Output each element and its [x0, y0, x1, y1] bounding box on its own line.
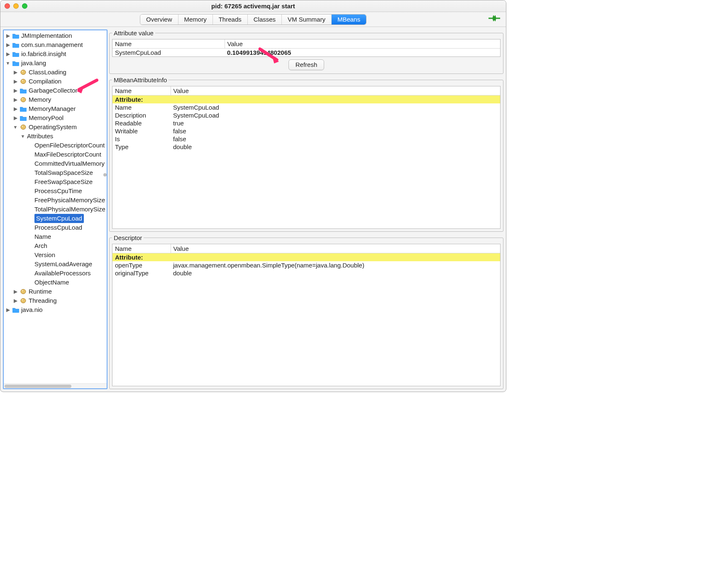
tree-label: TotalPhysicalMemorySize: [34, 205, 105, 214]
tree-item[interactable]: com.sun.management: [5, 40, 107, 49]
tree-item[interactable]: Compilation: [5, 77, 107, 86]
tree-item[interactable]: MemoryPool: [5, 113, 107, 123]
tree-item[interactable]: OperatingSystem: [5, 123, 107, 132]
tree-item[interactable]: ClassLoading: [5, 68, 107, 77]
tree-label: Arch: [34, 241, 47, 250]
disclosure-icon[interactable]: [13, 88, 18, 93]
disclosure-icon[interactable]: [5, 42, 10, 47]
tree-item[interactable]: java.lang: [5, 59, 107, 68]
info-row[interactable]: openTypejavax.management.openmbean.Simpl…: [112, 261, 500, 269]
bean-icon: [20, 69, 27, 76]
disclosure-icon[interactable]: [13, 79, 18, 84]
tree-label: MemoryManager: [29, 104, 76, 113]
tree-item[interactable]: Threading: [5, 296, 107, 305]
tree-item[interactable]: GarbageCollector: [5, 86, 107, 95]
tree-h-scrollbar[interactable]: [4, 383, 107, 388]
tree-item[interactable]: Version: [5, 250, 107, 260]
disclosure-icon[interactable]: [13, 70, 18, 75]
tree-item[interactable]: OpenFileDescriptorCount: [5, 141, 107, 150]
attribute-value-row[interactable]: SystemCpuLoad 0.10499139414802065: [112, 49, 500, 57]
tab-classes[interactable]: Classes: [248, 15, 282, 25]
tree-label: OperatingSystem: [29, 123, 77, 132]
tree-item[interactable]: java.nio: [5, 305, 107, 314]
tree-item[interactable]: Memory: [5, 95, 107, 104]
tree-item[interactable]: CommittedVirtualMemory: [5, 159, 107, 168]
tree-item[interactable]: SystemCpuLoad: [5, 214, 107, 223]
col-name-header: Name: [112, 244, 171, 253]
disclosure-icon[interactable]: [5, 51, 10, 56]
tree-item[interactable]: Name: [5, 232, 107, 241]
col-value-header: Value: [171, 86, 500, 96]
disclosure-icon[interactable]: [13, 298, 18, 303]
tree-item[interactable]: Attributes: [5, 132, 107, 141]
col-name-header: Name: [112, 39, 225, 49]
info-row[interactable]: Readabletrue: [112, 119, 500, 127]
close-icon[interactable]: [5, 3, 10, 9]
tree-label: FreePhysicalMemorySize: [34, 196, 105, 205]
bean-icon: [20, 297, 27, 304]
section-header-row: Attribute:: [112, 96, 500, 104]
folder-icon: [12, 60, 20, 66]
refresh-button[interactable]: Refresh: [288, 59, 325, 70]
tree-item[interactable]: Runtime: [5, 287, 107, 296]
mbean-tree[interactable]: JMImplementationcom.sun.managementio.fab…: [4, 30, 107, 383]
tree-item[interactable]: AvailableProcessors: [5, 269, 107, 278]
info-row[interactable]: DescriptionSystemCpuLoad: [112, 111, 500, 119]
tree-label: Threading: [29, 296, 57, 305]
info-value: double: [171, 143, 500, 151]
tree-item[interactable]: TotalSwapSpaceSize: [5, 168, 107, 177]
tab-mbeans[interactable]: MBeans: [332, 15, 366, 25]
tree-label: SystemLoadAverage: [34, 260, 92, 269]
descriptor-box: Descriptor Name Value Attribute: openTyp…: [109, 234, 503, 390]
tree-item[interactable]: ProcessCpuLoad: [5, 223, 107, 232]
info-key: openType: [112, 261, 171, 269]
connection-status-icon[interactable]: [489, 15, 500, 22]
info-row[interactable]: NameSystemCpuLoad: [112, 103, 500, 111]
tree-item[interactable]: ProcessCpuTime: [5, 186, 107, 196]
minimize-icon[interactable]: [13, 3, 19, 9]
info-value: javax.management.openmbean.SimpleType(na…: [171, 261, 500, 269]
tree-item[interactable]: MaxFileDescriptorCount: [5, 150, 107, 159]
disclosure-icon[interactable]: [13, 125, 18, 130]
disclosure-icon[interactable]: [13, 115, 18, 120]
disclosure-icon[interactable]: [13, 97, 18, 102]
info-row[interactable]: Isfalse: [112, 135, 500, 143]
tab-vm-summary[interactable]: VM Summary: [282, 15, 332, 25]
tree-item[interactable]: TotalPhysicalMemorySize: [5, 205, 107, 214]
folder-icon: [12, 32, 20, 39]
info-key: Writable: [112, 127, 171, 135]
bean-icon: [20, 124, 27, 130]
tree-item[interactable]: FreeSwapSpaceSize: [5, 177, 107, 186]
folder-icon: [12, 42, 20, 48]
info-row[interactable]: originalTypedouble: [112, 269, 500, 277]
tree-item[interactable]: FreePhysicalMemorySize: [5, 196, 107, 205]
info-key: Name: [112, 103, 171, 111]
attr-name-cell: SystemCpuLoad: [112, 49, 225, 57]
tree-item[interactable]: MemoryManager: [5, 104, 107, 113]
col-value-header: Value: [171, 244, 500, 253]
tree-item[interactable]: Arch: [5, 241, 107, 250]
tree-label: Memory: [29, 95, 51, 104]
tab-memory[interactable]: Memory: [178, 15, 213, 25]
tab-threads[interactable]: Threads: [213, 15, 248, 25]
tree-label: ProcessCpuLoad: [34, 223, 82, 232]
tree-item[interactable]: ObjectName: [5, 278, 107, 287]
info-key: originalType: [112, 269, 171, 277]
disclosure-icon[interactable]: [13, 106, 18, 111]
tree-v-scrollbar[interactable]: [103, 167, 107, 183]
scrollbar-thumb[interactable]: [5, 385, 71, 388]
disclosure-icon[interactable]: [5, 33, 10, 38]
disclosure-icon[interactable]: [5, 307, 10, 312]
tree-item[interactable]: SystemLoadAverage: [5, 260, 107, 269]
tree-item[interactable]: io.fabric8.insight: [5, 49, 107, 59]
zoom-icon[interactable]: [22, 3, 27, 9]
tab-overview[interactable]: Overview: [140, 15, 178, 25]
scrollbar-thumb[interactable]: [103, 173, 107, 177]
disclosure-icon[interactable]: [5, 61, 10, 66]
section-name: Attribute:: [112, 253, 171, 261]
tree-item[interactable]: JMImplementation: [5, 31, 107, 40]
info-row[interactable]: Writablefalse: [112, 127, 500, 135]
disclosure-icon[interactable]: [13, 289, 18, 294]
info-row[interactable]: Typedouble: [112, 143, 500, 151]
disclosure-icon[interactable]: [20, 134, 25, 139]
